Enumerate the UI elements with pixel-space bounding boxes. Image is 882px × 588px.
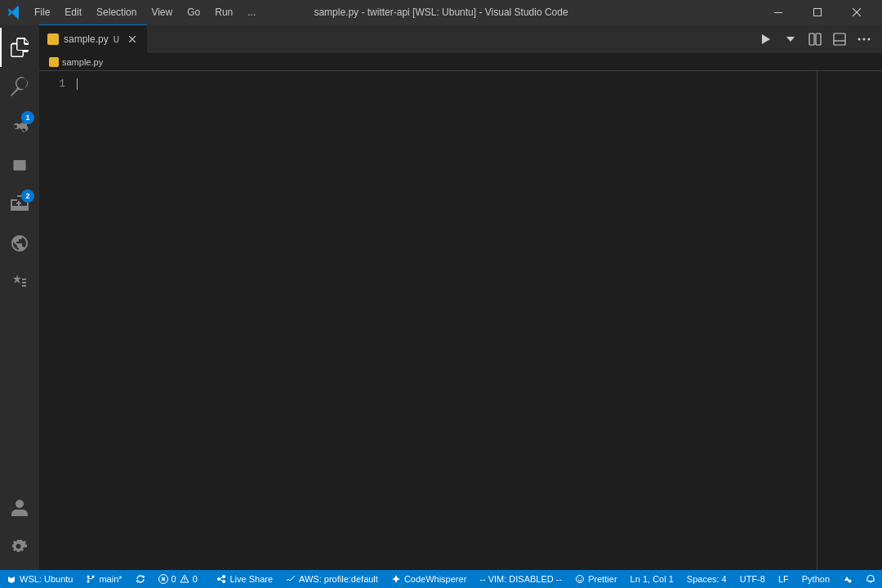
status-wsl[interactable]: WSL: Ubuntu: [0, 570, 79, 588]
status-codewhisperer[interactable]: CodeWhisperer: [385, 570, 473, 588]
tab-sample-py[interactable]: sample.py U: [39, 24, 147, 53]
status-aws-label: AWS: profile:default: [299, 574, 378, 584]
menu-more[interactable]: ...: [241, 5, 262, 20]
breadcrumb: sample.py: [39, 53, 882, 71]
menu-selection[interactable]: Selection: [90, 5, 143, 20]
minimize-button[interactable]: [760, 0, 797, 24]
svg-point-27: [578, 577, 579, 578]
extensions-badge: 2: [21, 189, 34, 203]
svg-rect-8: [834, 33, 845, 45]
sync-icon: [136, 574, 145, 584]
status-wsl-label: WSL: Ubuntu: [20, 574, 73, 584]
activity-settings[interactable]: [0, 528, 39, 567]
line-numbers: 1: [39, 71, 72, 570]
status-line-col-label: Ln 1, Col 1: [630, 574, 674, 584]
status-remote-indicator[interactable]: [836, 570, 859, 588]
status-sync[interactable]: [129, 570, 152, 588]
activity-testing[interactable]: [0, 263, 39, 302]
tab-filename: sample.py: [64, 33, 109, 45]
status-eol-label: LF: [778, 574, 789, 584]
line-number-1: 1: [39, 76, 65, 91]
svg-point-12: [868, 38, 871, 40]
status-errors[interactable]: 0 0: [152, 570, 204, 588]
svg-point-13: [87, 576, 90, 578]
bell-icon: [866, 574, 875, 584]
menu-view[interactable]: View: [145, 5, 179, 20]
menu-file[interactable]: File: [28, 5, 56, 20]
cursor: [77, 78, 78, 90]
activity-search[interactable]: [0, 67, 39, 106]
aws-icon: [286, 574, 296, 584]
status-prettier[interactable]: Prettier: [568, 570, 623, 588]
close-button[interactable]: [838, 0, 875, 24]
more-actions-button[interactable]: [853, 28, 875, 51]
editor-toolbar-right: [755, 24, 882, 53]
svg-point-23: [217, 577, 220, 581]
tab-bar: sample.py U: [39, 24, 882, 53]
codewhisperer-icon: [391, 574, 401, 584]
status-warnings-count: 0: [193, 574, 198, 584]
svg-rect-1: [814, 9, 822, 16]
status-vim-label: -- VIM: DISABLED --: [479, 574, 562, 584]
activity-accounts[interactable]: [0, 488, 39, 528]
svg-point-21: [222, 575, 225, 578]
svg-point-26: [577, 576, 584, 583]
svg-point-15: [87, 581, 90, 583]
status-vim[interactable]: -- VIM: DISABLED --: [473, 570, 568, 588]
svg-point-11: [863, 38, 866, 40]
prettier-icon: [575, 574, 585, 584]
status-live-share-label: Live Share: [229, 574, 273, 584]
svg-line-24: [220, 577, 222, 578]
svg-point-10: [858, 38, 861, 40]
svg-line-25: [220, 580, 222, 581]
window-title: sample.py - twitter-api [WSL: Ubuntu] - …: [314, 7, 568, 18]
title-bar-left: File Edit Selection View Go Run ...: [7, 5, 262, 20]
activity-source-control[interactable]: 1: [0, 106, 39, 145]
status-branch[interactable]: main*: [79, 570, 128, 588]
status-language-label: Python: [802, 574, 830, 584]
status-encoding-label: UTF-8: [740, 574, 765, 584]
split-editor-button[interactable]: [804, 28, 826, 51]
warning-icon: [180, 574, 189, 584]
svg-point-14: [92, 576, 95, 578]
status-prettier-label: Prettier: [588, 574, 617, 584]
run-button[interactable]: [755, 28, 777, 51]
status-branch-label: main*: [99, 574, 122, 584]
status-encoding[interactable]: UTF-8: [733, 570, 772, 588]
minimap: [817, 71, 882, 570]
status-line-col[interactable]: Ln 1, Col 1: [624, 570, 680, 588]
code-editor[interactable]: [72, 71, 817, 570]
main-area: 1 2: [0, 24, 882, 570]
tab-close-button[interactable]: [126, 33, 139, 46]
breadcrumb-filename: sample.py: [62, 57, 103, 67]
menu-edit[interactable]: Edit: [58, 5, 88, 20]
status-aws[interactable]: AWS: profile:default: [279, 570, 385, 588]
status-language[interactable]: Python: [795, 570, 836, 588]
status-eol[interactable]: LF: [772, 570, 795, 588]
activity-remote-explorer[interactable]: [0, 224, 39, 263]
status-live-share[interactable]: Live Share: [210, 570, 279, 588]
activity-bar: 1 2: [0, 24, 39, 570]
menu-bar: File Edit Selection View Go Run ...: [28, 5, 262, 20]
status-bar: WSL: Ubuntu main* 0 0: [0, 570, 882, 588]
status-notifications[interactable]: [859, 570, 882, 588]
activity-extensions[interactable]: 2: [0, 185, 39, 224]
svg-rect-0: [774, 12, 782, 13]
live-share-icon: [216, 574, 226, 584]
activity-run-debug[interactable]: [0, 145, 39, 185]
menu-go[interactable]: Go: [180, 5, 207, 20]
breadcrumb-file-icon: [49, 57, 59, 67]
python-file-icon: [47, 33, 59, 45]
svg-point-29: [849, 580, 852, 583]
maximize-button[interactable]: [799, 0, 836, 24]
menu-run[interactable]: Run: [208, 5, 239, 20]
activity-explorer[interactable]: [0, 28, 39, 67]
run-dropdown-button[interactable]: [779, 28, 802, 51]
status-spaces[interactable]: Spaces: 4: [680, 570, 733, 588]
editor-area: sample.py U: [39, 24, 882, 570]
toggle-panel-button[interactable]: [828, 28, 851, 51]
editor-content[interactable]: 1: [39, 71, 882, 570]
activity-bottom: [0, 488, 39, 570]
svg-point-20: [184, 581, 185, 581]
svg-point-28: [581, 577, 582, 578]
